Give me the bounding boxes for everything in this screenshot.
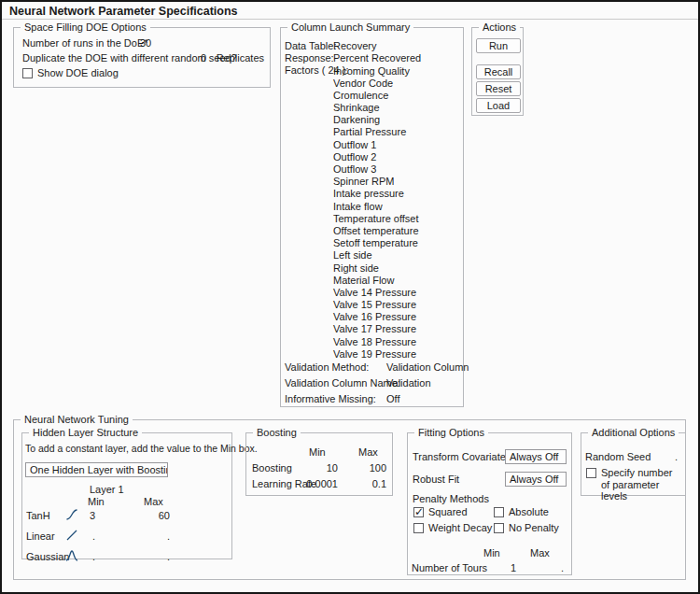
- hidden-layer-structure-group: Hidden Layer Structure To add a constant…: [21, 432, 232, 559]
- factor-item: Outflow 1: [333, 139, 419, 151]
- validation-column-label: Validation Column Name:: [285, 377, 400, 389]
- factor-item: Setoff temperature: [333, 237, 419, 249]
- actions-group: Actions Run Recall Reset Load: [471, 27, 524, 116]
- random-seed-label: Random Seed: [585, 451, 651, 463]
- recall-button[interactable]: Recall: [476, 64, 521, 79]
- weight-decay-checkbox[interactable]: Weight Decay: [413, 522, 492, 533]
- hls-max-header: Max: [144, 496, 163, 508]
- checkbox-box: [413, 507, 424, 517]
- column-launch-summary-group: Column Launch Summary Data Table: Respon…: [280, 27, 464, 407]
- validation-column-value: Validation: [386, 377, 431, 389]
- no-penalty-checkbox[interactable]: No Penalty: [494, 522, 559, 533]
- tanh-label: TanH: [26, 510, 50, 522]
- factor-item: Cromulence: [333, 90, 419, 102]
- gaussian-label: Gaussian: [26, 551, 69, 563]
- factor-item: Spinner RPM: [333, 176, 419, 188]
- checkbox-label: No Penalty: [509, 522, 559, 533]
- checkbox-label: Squared: [428, 506, 468, 517]
- factor-item: Darkening: [333, 114, 419, 126]
- tours-min-field[interactable]: 1: [479, 562, 516, 574]
- runs-value-field[interactable]: 30: [140, 37, 151, 50]
- actions-title: Actions: [479, 21, 520, 34]
- boosting-group: Boosting Min Max Boosting 10 100 Learnin…: [245, 432, 393, 496]
- learning-rate-min-field[interactable]: 0.0001: [284, 478, 338, 490]
- neural-network-tuning-title: Neural Network Tuning: [21, 413, 133, 426]
- tours-max-field[interactable]: .: [526, 562, 564, 574]
- additional-options-group: Additional Options Random Seed . Specify…: [581, 432, 686, 496]
- informative-missing-value: Off: [386, 393, 399, 405]
- boost-max-header: Max: [358, 446, 378, 459]
- tours-max-header: Max: [530, 547, 550, 559]
- penalty-methods-label: Penalty Methods: [413, 493, 489, 505]
- show-doe-dialog-checkbox[interactable]: Show DOE dialog: [22, 67, 119, 78]
- factor-item: Right side: [333, 262, 419, 275]
- informative-missing-label: Informative Missing:: [285, 393, 376, 405]
- factors-list: Incoming Quality Vendor Code Cromulence …: [333, 65, 419, 361]
- checkbox-label: Specify number of parameter levels: [601, 467, 683, 502]
- validation-method-value: Validation Column: [386, 361, 469, 374]
- factor-item: Offset temperature: [333, 225, 419, 237]
- constant-layer-hint: To add a constant layer, add the value t…: [25, 443, 258, 455]
- hidden-layer-mode-menu[interactable]: One Hidden Layer with Boosting: [25, 462, 168, 477]
- gaussian-min-field[interactable]: .: [75, 551, 95, 563]
- linear-label: Linear: [26, 530, 55, 543]
- random-seed-field[interactable]: .: [659, 451, 678, 463]
- response-value: Percent Recovered: [333, 52, 421, 64]
- layer1-header: Layer 1: [90, 484, 124, 496]
- checkbox-label: Show DOE dialog: [37, 67, 119, 78]
- tanh-min-field[interactable]: 3: [75, 510, 95, 522]
- transform-covariates-label: Transform Covariates: [413, 451, 511, 463]
- replicates-value-field[interactable]: 0: [178, 52, 206, 64]
- checkbox-label: Absolute: [509, 506, 549, 517]
- additional-options-title: Additional Options: [588, 426, 679, 439]
- column-launch-summary-title: Column Launch Summary: [287, 21, 413, 34]
- factor-item: Valve 15 Pressure: [333, 299, 419, 311]
- run-button[interactable]: Run: [476, 38, 521, 53]
- checkbox-box: [413, 523, 424, 533]
- gaussian-max-field[interactable]: .: [134, 551, 170, 563]
- specify-parameter-levels-checkbox[interactable]: Specify number of parameter levels: [586, 467, 683, 502]
- page-title: Neural Network Parameter Specifications: [9, 5, 238, 18]
- boosting-max-field[interactable]: 100: [343, 462, 386, 474]
- checkbox-box: [494, 523, 504, 533]
- tours-min-header: Min: [483, 547, 500, 559]
- factor-item: Valve 19 Pressure: [333, 348, 419, 361]
- factor-item: Intake pressure: [333, 188, 419, 200]
- neural-network-parameter-dialog: Neural Network Parameter Specifications …: [0, 0, 700, 594]
- checkbox-box: [586, 468, 596, 478]
- factor-item: Partial Pressure: [333, 126, 419, 138]
- factor-item: Incoming Quality: [333, 65, 419, 78]
- factor-item: Outflow 3: [333, 163, 419, 176]
- factor-item: Valve 14 Pressure: [333, 287, 419, 299]
- factor-item: Valve 17 Pressure: [333, 323, 419, 335]
- factor-item: Valve 18 Pressure: [333, 336, 419, 348]
- checkbox-label: Weight Decay: [428, 522, 492, 533]
- robust-fit-menu[interactable]: Always Off: [505, 472, 567, 487]
- summary-values: Recovery Percent Recovered: [333, 40, 421, 64]
- absolute-checkbox[interactable]: Absolute: [494, 506, 549, 517]
- linear-max-field[interactable]: .: [134, 530, 170, 543]
- hls-min-header: Min: [88, 496, 105, 508]
- factor-item: Left side: [333, 249, 419, 262]
- transform-covariates-menu[interactable]: Always Off: [505, 449, 567, 464]
- reset-button[interactable]: Reset: [476, 81, 521, 96]
- load-button[interactable]: Load: [476, 98, 521, 113]
- space-filling-doe-title: Space Filling DOE Options: [21, 21, 150, 34]
- squared-checkbox[interactable]: Squared: [413, 506, 468, 517]
- factor-item: Material Flow: [333, 275, 419, 287]
- factor-item: Temperature offset: [333, 213, 419, 225]
- factor-item: Shrinkage: [333, 102, 419, 114]
- factor-item: Outflow 2: [333, 151, 419, 163]
- factor-item: Intake flow: [333, 201, 419, 213]
- validation-method-label: Validation Method:: [285, 361, 369, 374]
- checkbox-box: [22, 68, 33, 78]
- factor-item: Vendor Code: [333, 78, 419, 90]
- learning-rate-max-field[interactable]: 0.1: [343, 478, 386, 490]
- boosting-min-field[interactable]: 10: [284, 462, 338, 474]
- tanh-max-field[interactable]: 60: [134, 510, 170, 522]
- robust-fit-label: Robust Fit: [413, 474, 459, 486]
- factor-item: Valve 16 Pressure: [333, 311, 419, 323]
- space-filling-doe-group: Space Filling DOE Options Number of runs…: [13, 27, 271, 88]
- linear-min-field[interactable]: .: [75, 530, 95, 543]
- data-table-value: Recovery: [333, 40, 421, 52]
